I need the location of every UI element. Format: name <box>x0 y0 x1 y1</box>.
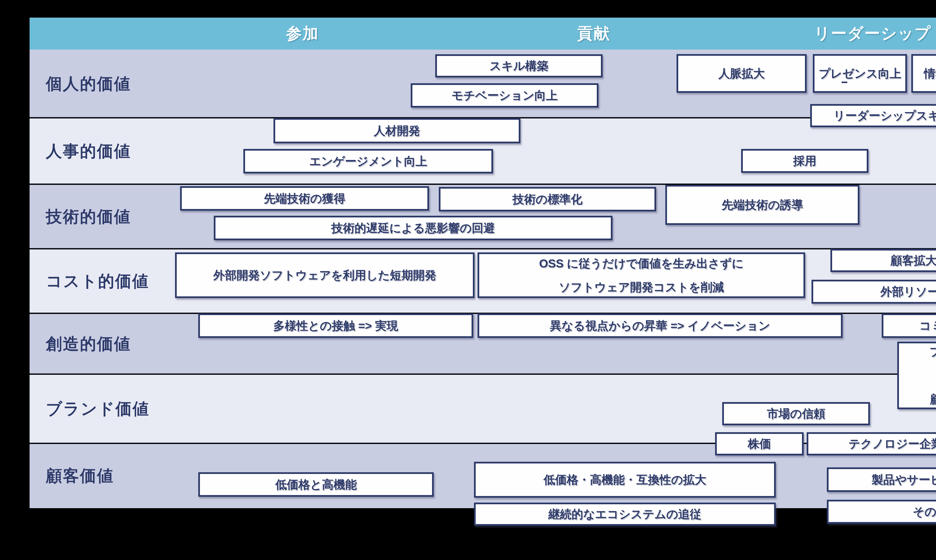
node-label: ソフトウェア開発コストを削減 <box>559 280 724 294</box>
node-label: 技術的遅延による悪影響の回避 <box>332 222 495 235</box>
node-label: プレゼンス向上 <box>819 67 901 80</box>
node-box: フィードバック利用拡大顧客満足度向上 <box>897 342 936 409</box>
node-label: 情報などの自動的な収集 <box>924 67 936 80</box>
node-label: 顧客満足度向上 <box>930 392 936 406</box>
node-box: 人脈拡大 <box>677 54 806 93</box>
stray-dash-mark <box>842 82 847 83</box>
node-label: フィードバック <box>929 345 936 358</box>
node-label: OSS に従うだけで価値を生み出さずに <box>539 257 744 270</box>
node-label: 継続的なエコシステムの追従 <box>548 508 702 521</box>
column-header-1: 参加 <box>286 23 319 44</box>
node-label: 先端技術の獲得 <box>264 192 345 205</box>
node-box: 情報などの自動的な収集 <box>911 54 936 93</box>
node-box: 採用 <box>741 149 868 173</box>
row-separator-2 <box>29 183 936 185</box>
node-label: その他？？？ <box>913 505 936 518</box>
node-box: 技術的遅延による悪影響の回避 <box>214 216 612 240</box>
node-label: 人材開発 <box>374 124 420 137</box>
node-label: 市場の信頼 <box>767 407 825 420</box>
row-label-5: 創造的価値 <box>46 333 131 355</box>
node-box: テクノロジー企業としての存在感 <box>806 432 936 455</box>
node-box: その他？？？ <box>827 500 936 524</box>
node-label: モチベーション向上 <box>452 89 558 102</box>
node-label: コミュニティの獲得 <box>919 319 936 332</box>
board: 参加貢献リーダーシップ個人的価値人事的価値技術的価値コスト的価値創造的価値ブラン… <box>29 18 936 508</box>
column-header-2: 貢献 <box>577 23 610 44</box>
row-label-1: 個人的価値 <box>46 73 131 95</box>
node-box: スキル構築 <box>435 54 603 77</box>
column-header-band <box>29 18 936 49</box>
row-separator-5 <box>29 374 936 375</box>
node-box: 人材開発 <box>273 118 520 143</box>
node-box: 継続的なエコシステムの追従 <box>474 503 776 526</box>
node-box: モチベーション向上 <box>411 83 598 108</box>
node-box: コミュニティの獲得 <box>882 314 936 338</box>
node-box: プレゼンス向上 <box>813 54 907 93</box>
row-label-3: 技術的価値 <box>46 206 131 228</box>
node-box: 外部開発ソフトウェアを利用した短期開発 <box>175 252 475 298</box>
node-label: スキル構築 <box>490 59 548 72</box>
node-label: 採用 <box>793 154 816 168</box>
node-box: リーダーシップスキル構築 <box>810 104 936 127</box>
column-header-3: リーダーシップ <box>814 23 931 44</box>
node-label: 技術の標準化 <box>513 192 582 206</box>
node-label: 顧客拡大 <box>891 254 936 267</box>
row-label-6: ブランド価値 <box>46 398 150 420</box>
node-box: 顧客拡大 <box>830 249 936 272</box>
row-label-7: 顧客価値 <box>46 465 114 487</box>
node-label: 株価 <box>748 437 771 450</box>
node-label: 異なる視点からの昇華 => イノベーション <box>550 319 770 332</box>
node-label: テクノロジー企業としての存在感 <box>848 437 936 450</box>
node-label: 先端技術の誘導 <box>722 198 803 211</box>
node-box: 株価 <box>715 432 803 455</box>
node-box: 市場の信頼 <box>722 402 870 425</box>
node-box: 技術の標準化 <box>439 187 656 211</box>
node-label: 低価格・高機能・互換性の拡大 <box>543 473 706 486</box>
node-box: 低価格・高機能・互換性の拡大 <box>474 462 776 498</box>
node-box: 外部リソースの活用 <box>811 280 936 304</box>
node-box: 異なる視点からの昇華 => イノベーション <box>478 314 843 338</box>
node-label: リーダーシップスキル構築 <box>833 109 936 122</box>
node-label: 多様性との接触 => 実現 <box>273 319 398 332</box>
diagram-stage: 参加貢献リーダーシップ個人的価値人事的価値技術的価値コスト的価値創造的価値ブラン… <box>0 0 936 560</box>
node-label: 外部開発ソフトウェアを利用した短期開発 <box>213 269 436 282</box>
node-box: 先端技術の誘導 <box>665 185 859 225</box>
node-label: 低価格と高機能 <box>275 478 356 491</box>
node-box: 低価格と高機能 <box>198 472 434 497</box>
node-box: OSS に従うだけで価値を生み出さずにソフトウェア開発コストを削減 <box>478 252 805 298</box>
row-label-4: コスト的価値 <box>46 270 149 292</box>
node-label: 外部リソースの活用 <box>880 285 936 298</box>
node-box: 多様性との接触 => 実現 <box>198 314 473 338</box>
node-box: 先端技術の獲得 <box>180 186 429 211</box>
node-label: 人脈拡大 <box>719 67 765 80</box>
row-label-2: 人事的価値 <box>46 140 131 162</box>
node-box: 製品やサービスの持続可能性 <box>827 468 936 492</box>
node-label: エンゲージメント向上 <box>309 155 427 168</box>
node-label: 製品やサービスの持続可能性 <box>871 473 936 486</box>
row-separator-3 <box>29 248 936 249</box>
node-box: エンゲージメント向上 <box>244 149 493 174</box>
